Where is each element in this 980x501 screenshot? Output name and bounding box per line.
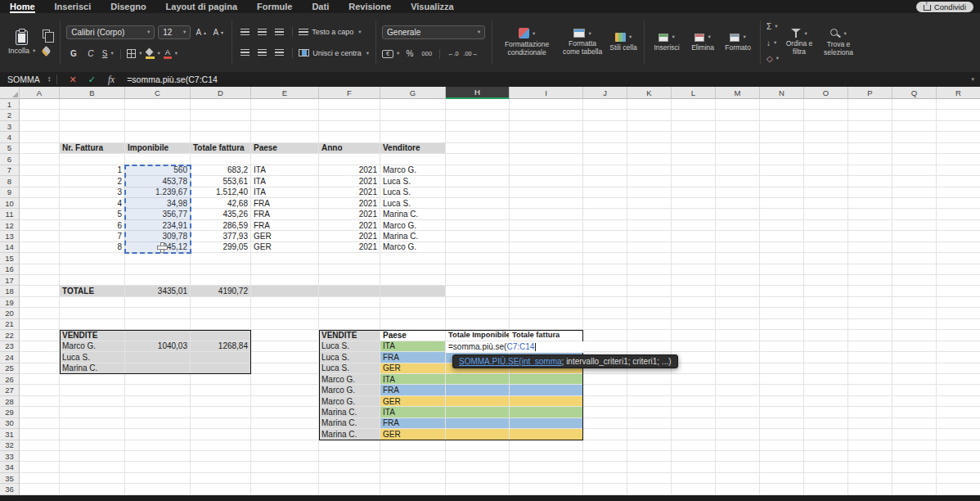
active-cell-editor[interactable]: =somma.più.se(C7:C14 bbox=[446, 341, 583, 353]
grid-cell-K36[interactable] bbox=[627, 484, 672, 494]
grid-cell-N2[interactable] bbox=[760, 110, 804, 120]
grid-cell-B7[interactable]: 1 bbox=[60, 165, 125, 176]
grid-cell-E8[interactable]: ITA bbox=[251, 176, 319, 187]
row-header-33[interactable]: 33 bbox=[0, 451, 20, 462]
grid-cell-O16[interactable] bbox=[804, 264, 848, 275]
grid-cell-N19[interactable] bbox=[760, 297, 804, 308]
grid-cell-D21[interactable] bbox=[191, 319, 251, 330]
grid-cell-F26[interactable]: Marco G. bbox=[319, 374, 380, 385]
grid-cell-A17[interactable] bbox=[20, 275, 60, 286]
grid-cell-K32[interactable] bbox=[627, 440, 672, 451]
row-header-31[interactable]: 31 bbox=[0, 429, 20, 440]
grid-cell-I13[interactable] bbox=[510, 231, 583, 241]
grid-cell-C10[interactable]: 34,98 bbox=[125, 198, 191, 209]
grid-cell-O11[interactable] bbox=[804, 209, 848, 219]
grid-cell-J23[interactable] bbox=[583, 341, 627, 352]
row-header-6[interactable]: 6 bbox=[0, 154, 20, 165]
grid-cell-J27[interactable] bbox=[583, 385, 627, 395]
align-top-button[interactable] bbox=[238, 26, 252, 38]
grid-cell-D15[interactable] bbox=[191, 253, 251, 264]
grid-cell-J6[interactable] bbox=[583, 154, 627, 165]
grid-cell-B10[interactable]: 4 bbox=[60, 198, 125, 209]
row-header-16[interactable]: 16 bbox=[0, 264, 20, 275]
grid-cell-N11[interactable] bbox=[760, 209, 804, 219]
grid-cell-B35[interactable] bbox=[60, 473, 125, 484]
grid-cell-M5[interactable] bbox=[716, 143, 760, 154]
grid-cell-K26[interactable] bbox=[627, 374, 672, 385]
grid-cell-J26[interactable] bbox=[583, 374, 627, 385]
grid-cell-R4[interactable] bbox=[937, 132, 980, 142]
grid-cell-Q31[interactable] bbox=[892, 429, 937, 440]
grid-cell-P33[interactable] bbox=[848, 451, 892, 462]
grid-cell-D26[interactable] bbox=[191, 374, 251, 385]
grid-cell-A6[interactable] bbox=[20, 154, 60, 165]
grid-cell-N27[interactable] bbox=[760, 385, 804, 395]
row-header-7[interactable]: 7 bbox=[0, 165, 20, 176]
grid-cell-Q27[interactable] bbox=[892, 385, 937, 395]
grid-cell-Q8[interactable] bbox=[892, 176, 937, 187]
grid-cell-M22[interactable] bbox=[716, 330, 760, 341]
cell-styles-button[interactable]: ▾ Stili cella bbox=[609, 33, 637, 52]
grid-cell-K4[interactable] bbox=[627, 132, 672, 142]
grid-cell-A12[interactable] bbox=[20, 220, 60, 231]
grid-cell-R9[interactable] bbox=[937, 187, 980, 198]
grid-cell-A27[interactable] bbox=[20, 385, 60, 395]
grid-cell-M8[interactable] bbox=[716, 176, 760, 187]
grid-cell-F22[interactable]: VENDITE bbox=[319, 330, 380, 341]
grid-cell-F31[interactable]: Marina C. bbox=[319, 429, 380, 440]
grid-cell-G31[interactable]: GER bbox=[380, 429, 446, 440]
grid-cell-G2[interactable] bbox=[380, 110, 446, 120]
grid-cell-C4[interactable] bbox=[125, 132, 191, 142]
grid-cell-N10[interactable] bbox=[760, 198, 804, 209]
grid-cell-E22[interactable] bbox=[251, 330, 319, 341]
grid-cell-L1[interactable] bbox=[672, 99, 716, 110]
grid-cell-N5[interactable] bbox=[760, 143, 804, 154]
grid-cell-D10[interactable]: 42,68 bbox=[191, 198, 251, 209]
grid-cell-O10[interactable] bbox=[804, 198, 848, 209]
grid-cell-P1[interactable] bbox=[848, 99, 892, 110]
grid-cell-G1[interactable] bbox=[380, 99, 446, 110]
grid-cell-F33[interactable] bbox=[319, 451, 380, 462]
grid-cell-P4[interactable] bbox=[848, 132, 892, 142]
grid-cell-M25[interactable] bbox=[716, 363, 760, 374]
grid-cell-P15[interactable] bbox=[848, 253, 892, 264]
grid-cell-B28[interactable] bbox=[60, 396, 125, 407]
grid-cell-M6[interactable] bbox=[716, 154, 760, 165]
grid-cell-K30[interactable] bbox=[627, 418, 672, 429]
grid-cell-F35[interactable] bbox=[319, 473, 380, 484]
grid-cell-E23[interactable] bbox=[251, 341, 319, 352]
grid-cell-K7[interactable] bbox=[627, 165, 672, 176]
grid-cell-P28[interactable] bbox=[848, 396, 892, 407]
grid-cell-J14[interactable] bbox=[583, 242, 627, 253]
grid-cell-G34[interactable] bbox=[380, 462, 446, 472]
increase-decimal-button[interactable]: ←.0 bbox=[446, 47, 460, 60]
grid-cell-K29[interactable] bbox=[627, 407, 672, 418]
row-header-9[interactable]: 9 bbox=[0, 187, 20, 198]
grid-cell-F14[interactable]: 2021 bbox=[319, 242, 380, 253]
grid-cell-B16[interactable] bbox=[60, 264, 125, 275]
grid-cell-A25[interactable] bbox=[20, 363, 60, 374]
grid-cell-N31[interactable] bbox=[760, 429, 804, 440]
grid-cell-A8[interactable] bbox=[20, 176, 60, 187]
grid-cell-R23[interactable] bbox=[937, 341, 980, 352]
insert-cells-button[interactable]: ▾ Inserisci bbox=[650, 34, 683, 52]
grid-cell-O26[interactable] bbox=[804, 374, 848, 385]
grid-cell-E11[interactable]: FRA bbox=[251, 209, 319, 219]
grid-cell-J2[interactable] bbox=[583, 110, 627, 120]
ribbon-tab-revisione[interactable]: Revisione bbox=[348, 0, 391, 13]
grid-cell-P35[interactable] bbox=[848, 473, 892, 484]
grid-cell-R22[interactable] bbox=[937, 330, 980, 341]
grid-cell-G27[interactable]: FRA bbox=[380, 385, 446, 395]
grid-cell-I29[interactable] bbox=[510, 407, 583, 418]
grid-cell-C33[interactable] bbox=[125, 451, 191, 462]
grid-cell-K33[interactable] bbox=[627, 451, 672, 462]
grid-cell-I19[interactable] bbox=[510, 297, 583, 308]
grid-cell-I9[interactable] bbox=[510, 187, 583, 198]
grid-cell-P34[interactable] bbox=[848, 462, 892, 472]
grid-cell-E9[interactable]: ITA bbox=[251, 187, 319, 198]
grid-cell-M15[interactable] bbox=[716, 253, 760, 264]
grid-cell-R33[interactable] bbox=[937, 451, 980, 462]
grid-cell-J17[interactable] bbox=[583, 275, 627, 286]
grid-cell-E19[interactable] bbox=[251, 297, 319, 308]
grid-cell-I18[interactable] bbox=[510, 286, 583, 296]
